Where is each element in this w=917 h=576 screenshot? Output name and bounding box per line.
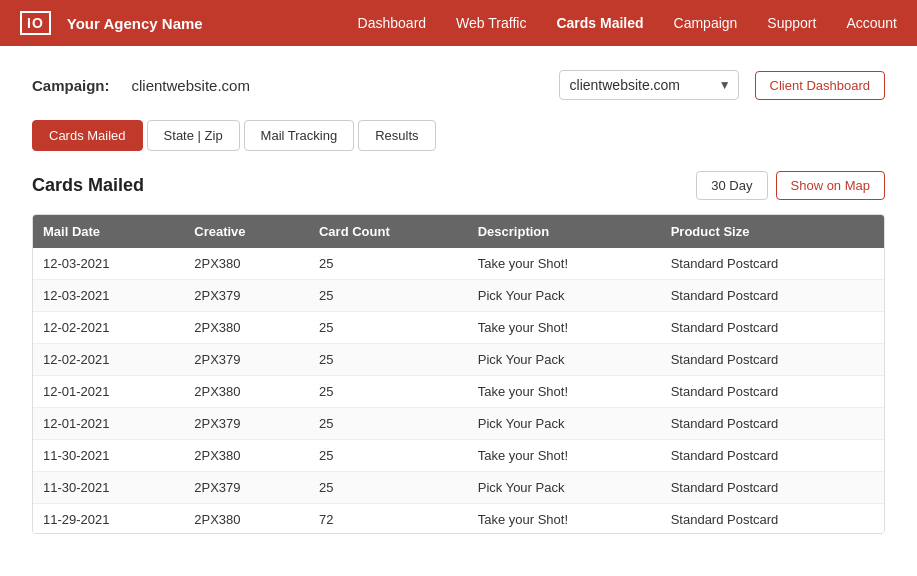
- nav-links: Dashboard Web Traffic Cards Mailed Campa…: [358, 15, 897, 31]
- nav-dashboard[interactable]: Dashboard: [358, 15, 427, 31]
- table-row: 11-29-20212PX38072Take your Shot!Standar…: [33, 504, 884, 535]
- tabs: Cards Mailed State | Zip Mail Tracking R…: [32, 120, 885, 151]
- nav-web-traffic[interactable]: Web Traffic: [456, 15, 526, 31]
- table-row: 12-02-20212PX38025Take your Shot!Standar…: [33, 312, 884, 344]
- table-row: 12-03-20212PX37925Pick Your PackStandard…: [33, 280, 884, 312]
- navbar: IO Your Agency Name Dashboard Web Traffi…: [0, 0, 917, 46]
- col-creative: Creative: [184, 215, 309, 248]
- col-card-count: Card Count: [309, 215, 468, 248]
- table-header: Mail Date Creative Card Count Descriptio…: [33, 215, 884, 248]
- campaign-row: Campaign: clientwebsite.com clientwebsit…: [32, 70, 885, 100]
- col-product-size: Product Size: [661, 215, 884, 248]
- tab-cards-mailed[interactable]: Cards Mailed: [32, 120, 143, 151]
- main-content: Campaign: clientwebsite.com clientwebsit…: [0, 46, 917, 576]
- table-row: 12-01-20212PX38025Take your Shot!Standar…: [33, 376, 884, 408]
- cards-mailed-table: Mail Date Creative Card Count Descriptio…: [33, 215, 884, 534]
- table-body: 12-03-20212PX38025Take your Shot!Standar…: [33, 248, 884, 534]
- tab-results[interactable]: Results: [358, 120, 435, 151]
- nav-support[interactable]: Support: [767, 15, 816, 31]
- client-dashboard-button[interactable]: Client Dashboard: [755, 71, 885, 100]
- logo: IO: [20, 11, 51, 35]
- campaign-label: Campaign:: [32, 77, 110, 94]
- campaign-select-wrapper: clientwebsite.com ▼: [559, 70, 739, 100]
- agency-name: Your Agency Name: [67, 15, 203, 32]
- nav-campaign[interactable]: Campaign: [674, 15, 738, 31]
- table-row: 12-01-20212PX37925Pick Your PackStandard…: [33, 408, 884, 440]
- table-row: 11-30-20212PX38025Take your Shot!Standar…: [33, 440, 884, 472]
- table-row: 12-02-20212PX37925Pick Your PackStandard…: [33, 344, 884, 376]
- table-row: 12-03-20212PX38025Take your Shot!Standar…: [33, 248, 884, 280]
- tab-state-zip[interactable]: State | Zip: [147, 120, 240, 151]
- campaign-select[interactable]: clientwebsite.com: [559, 70, 739, 100]
- col-description: Description: [468, 215, 661, 248]
- 30-day-button[interactable]: 30 Day: [696, 171, 767, 200]
- show-on-map-button[interactable]: Show on Map: [776, 171, 886, 200]
- table-row: 11-30-20212PX37925Pick Your PackStandard…: [33, 472, 884, 504]
- nav-cards-mailed[interactable]: Cards Mailed: [556, 15, 643, 31]
- section-title: Cards Mailed: [32, 175, 144, 196]
- cards-mailed-table-container: Mail Date Creative Card Count Descriptio…: [32, 214, 885, 534]
- section-header: Cards Mailed 30 Day Show on Map: [32, 171, 885, 200]
- tab-mail-tracking[interactable]: Mail Tracking: [244, 120, 355, 151]
- nav-account[interactable]: Account: [846, 15, 897, 31]
- col-mail-date: Mail Date: [33, 215, 184, 248]
- campaign-value: clientwebsite.com: [132, 77, 250, 94]
